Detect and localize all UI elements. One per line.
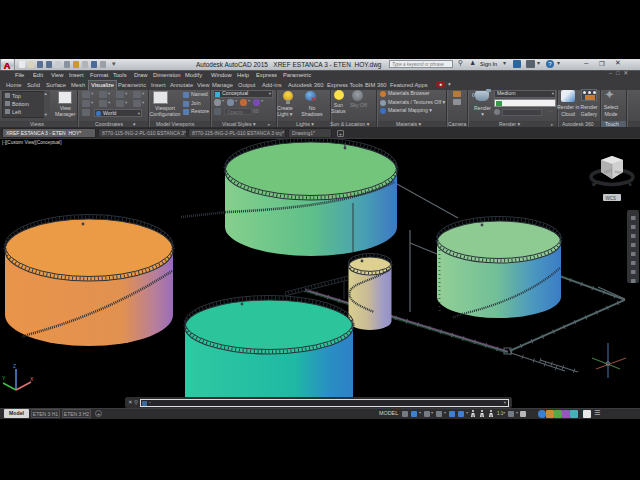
svg-text:E: E: [629, 182, 632, 187]
svg-text:Y: Y: [2, 375, 6, 381]
svg-text:X: X: [30, 376, 34, 382]
svg-text:W: W: [592, 182, 596, 187]
svg-text:WCS: WCS: [606, 196, 617, 201]
svg-text:Z: Z: [13, 363, 16, 369]
